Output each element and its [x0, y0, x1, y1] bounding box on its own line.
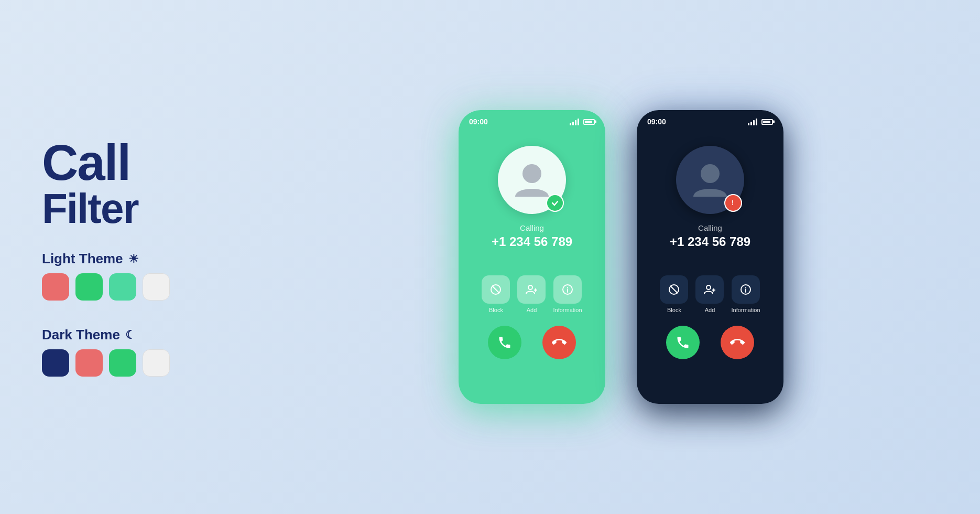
light-theme-section: Light Theme ☀	[42, 251, 262, 301]
info-btn-light[interactable]: Information	[553, 275, 582, 313]
calling-label-dark: Calling	[698, 223, 722, 232]
add-label-light: Add	[527, 307, 537, 313]
time-light: 09:00	[469, 117, 488, 126]
bar2-dark	[750, 122, 752, 125]
phone-decline-icon-light	[552, 335, 567, 350]
accept-btn-dark[interactable]	[666, 326, 700, 359]
battery-icon-dark	[761, 119, 773, 125]
phone-decline-icon-dark	[730, 335, 745, 350]
decline-btn-dark[interactable]	[721, 326, 754, 359]
calling-number-dark: +1 234 56 789	[670, 234, 750, 249]
bar4	[578, 119, 579, 125]
svg-point-3	[528, 285, 532, 290]
block-icon-dark	[668, 283, 680, 296]
phone-accept-icon-dark	[676, 335, 690, 350]
swatch-green-dark	[109, 349, 136, 377]
svg-line-2	[492, 286, 499, 293]
info-label-dark: Information	[731, 307, 760, 313]
accept-btn-light[interactable]	[488, 326, 521, 359]
bar1-dark	[748, 123, 749, 125]
call-controls-dark	[666, 326, 754, 359]
info-icon-light	[561, 283, 574, 296]
add-icon-light	[525, 283, 538, 296]
swatch-red-dark	[75, 349, 103, 377]
light-theme-swatches	[42, 273, 262, 301]
block-btn-dark[interactable]: Block	[660, 275, 688, 313]
svg-point-0	[522, 164, 541, 183]
swatch-white-dark	[143, 349, 170, 377]
light-theme-label: Light Theme ☀	[42, 251, 262, 267]
page-wrapper: Call Filter Light Theme ☀ Dark Theme ☾	[0, 0, 980, 514]
add-label-dark: Add	[705, 307, 715, 313]
add-btn-dark[interactable]: Add	[695, 275, 724, 313]
sun-icon: ☀	[128, 252, 139, 266]
title-filter: Filter	[42, 188, 262, 230]
swatch-green-light	[75, 273, 103, 301]
status-icons-light	[570, 118, 595, 125]
swatch-white-light	[143, 273, 170, 301]
block-label-light: Block	[489, 307, 503, 313]
info-icon-dark	[739, 283, 752, 296]
avatar-circle-dark: !	[676, 146, 744, 214]
phone-light: 09:00	[459, 110, 605, 404]
svg-point-18	[745, 287, 746, 288]
info-btn-dark[interactable]: Information	[731, 275, 760, 313]
dark-theme-label: Dark Theme ☾	[42, 327, 262, 343]
swatch-teal-light	[109, 273, 136, 301]
add-btn-circle-dark	[695, 275, 724, 304]
phone-dark: 09:00	[637, 110, 783, 404]
warning-badge: !	[724, 194, 742, 212]
battery-fill	[585, 121, 592, 123]
avatar-area-dark: !	[676, 146, 744, 214]
battery-icon-light	[583, 119, 595, 125]
title-call: Call	[42, 137, 262, 188]
action-row-dark: Block Add	[660, 275, 760, 313]
left-panel: Call Filter Light Theme ☀ Dark Theme ☾	[42, 137, 262, 377]
calling-section-dark: Calling +1 234 56 789	[670, 223, 750, 249]
bar2	[572, 122, 574, 125]
info-btn-circle-light	[553, 275, 582, 304]
battery-fill-dark	[763, 121, 770, 123]
svg-line-12	[670, 286, 678, 293]
app-title: Call Filter	[42, 137, 262, 230]
block-btn-circle-light	[482, 275, 510, 304]
status-icons-dark	[748, 118, 773, 125]
moon-icon: ☾	[125, 328, 136, 342]
bar3	[575, 120, 576, 125]
status-bar-dark: 09:00	[637, 110, 783, 130]
signal-bars-light	[570, 118, 579, 125]
block-btn-circle-dark	[660, 275, 688, 304]
decline-btn-light[interactable]	[542, 326, 576, 359]
add-btn-light[interactable]: Add	[517, 275, 546, 313]
avatar-area-light	[498, 146, 566, 214]
phones-container: 09:00	[262, 110, 938, 404]
bar4-dark	[756, 119, 757, 125]
call-controls-light	[488, 326, 576, 359]
calling-section-light: Calling +1 234 56 789	[492, 223, 572, 249]
info-label-light: Information	[553, 307, 582, 313]
time-dark: 09:00	[647, 117, 666, 126]
svg-point-9	[701, 164, 720, 183]
phone-accept-icon-light	[497, 335, 512, 350]
verified-badge	[546, 194, 564, 212]
bar1	[570, 123, 571, 125]
add-icon-dark	[703, 283, 716, 296]
calling-number-light: +1 234 56 789	[492, 234, 572, 249]
person-icon-dark	[689, 159, 731, 201]
svg-point-8	[567, 287, 568, 288]
calling-label-light: Calling	[520, 223, 544, 232]
block-label-dark: Block	[667, 307, 681, 313]
swatch-navy-dark	[42, 349, 69, 377]
signal-bars-dark	[748, 118, 757, 125]
status-bar-light: 09:00	[459, 110, 605, 130]
svg-point-13	[706, 285, 711, 290]
block-icon-light	[489, 283, 502, 296]
block-btn-light[interactable]: Block	[482, 275, 510, 313]
swatch-red-light	[42, 273, 69, 301]
bar3-dark	[753, 120, 755, 125]
avatar-circle-light	[498, 146, 566, 214]
svg-text:!: !	[732, 199, 734, 207]
dark-theme-swatches	[42, 349, 262, 377]
add-btn-circle-light	[517, 275, 546, 304]
person-icon-light	[511, 159, 553, 201]
